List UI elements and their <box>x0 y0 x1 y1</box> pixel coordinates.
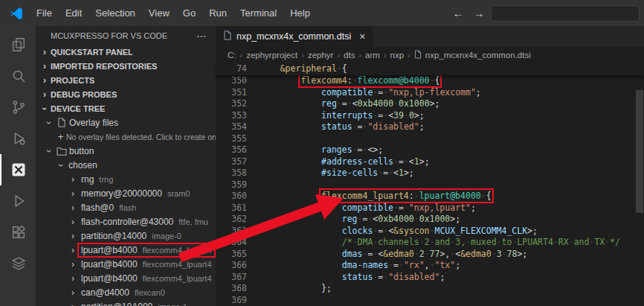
activity-mcuxpresso-icon[interactable] <box>0 154 36 185</box>
tree-node-lpuart@b4000[interactable]: ›lpuart@b4000flexcomm4_lpuart4 <box>36 257 216 271</box>
line-content[interactable]: compatible·=·"nxp,lp-flexcomm"; <box>260 87 481 99</box>
chosen-item[interactable]: › chosen <box>36 158 216 172</box>
tree-node-flash-controller@43000[interactable]: ›flash-controller@43000ftfe, fmu <box>36 214 216 229</box>
sticky-scroll-line[interactable]: 74&peripheral·{ <box>216 63 644 75</box>
tree-node-memory@20000000[interactable]: ›memory@20000000sram0 <box>36 186 216 200</box>
tree-node-can@d4000[interactable]: ›can@d4000flexcan0 <box>36 285 216 299</box>
line-content[interactable]: #address-cells·=·<1>; <box>260 156 430 168</box>
activity-explorer-icon[interactable] <box>0 29 36 60</box>
menu-edit[interactable]: Edit <box>59 0 88 26</box>
create-overlay-item[interactable]: + No overlay files detected. Click to cr… <box>36 130 216 144</box>
code-area: 350flexcomm4:·flexcomm@b4000·{351compati… <box>216 75 644 306</box>
tree-node-lpuart@b4000[interactable]: ›lpuart@b4000flexcomm4_lpuart4 <box>36 243 216 257</box>
sidebar-title: MCUXPRESSO FOR VS CODE <box>51 31 167 40</box>
section-debug-probes[interactable]: ›DEBUG PROBES <box>36 87 216 101</box>
menu-selection[interactable]: Selection <box>88 0 141 26</box>
code-token: "rx" <box>404 260 425 270</box>
activity-stack-icon[interactable] <box>0 248 36 279</box>
code-line-366: 366dma-names·=·"rx",·"tx"; <box>216 260 644 272</box>
menu-terminal[interactable]: Terminal <box>234 0 283 26</box>
project-button-item[interactable]: › button <box>36 144 216 158</box>
chevron-right-icon: › <box>39 75 51 86</box>
activity-run-debug-icon[interactable] <box>0 123 36 154</box>
breadcrumb-item[interactable]: zephyr <box>308 51 334 60</box>
tree-node-partition@14000[interactable]: ›partition@14000image-0 <box>36 229 216 243</box>
line-content[interactable]: /*·DMA·channels·2·and·3,·muxed·to·LPUART… <box>260 237 620 249</box>
tree-node-text: flash-controller@43000ftfe, fmu <box>79 216 210 228</box>
node-name: flash@0 <box>81 202 114 214</box>
node-name: flash-controller@43000 <box>81 216 173 228</box>
line-content[interactable]: compatible·=·"nxp,lpuart"; <box>260 203 476 214</box>
line-number: 351 <box>216 87 247 99</box>
tree-node-flash@0[interactable]: ›flash@0flash <box>36 200 216 214</box>
code-token: >; <box>414 110 425 121</box>
code-token: ; <box>419 121 425 132</box>
breadcrumb-item[interactable]: nxp_mcxnx4x_common.dtsi <box>425 51 531 60</box>
menu-go[interactable]: Go <box>176 0 202 26</box>
breadcrumb-item[interactable]: nxp <box>390 51 405 60</box>
code-token: , <box>425 260 430 270</box>
line-content[interactable]: reg·=·<0xb4000·0x1000>; <box>260 98 439 110</box>
code-token: DMA <box>358 237 373 247</box>
breadcrumb-item[interactable]: C: <box>228 51 236 60</box>
line-content[interactable]: reg·=·<0xb4000·0x1000>; <box>260 214 460 226</box>
section-projects[interactable]: ›PROJECTS <box>36 73 216 87</box>
menu-view[interactable]: View <box>142 0 176 26</box>
line-content[interactable]: flexcomm4:·flexcomm@b4000·{ <box>260 75 439 87</box>
nav-forward-icon[interactable]: → <box>470 7 488 19</box>
line-content[interactable]: &peripheral·{ <box>260 63 347 75</box>
line-content[interactable]: dma-names·=·"rx",·"tx"; <box>260 260 460 272</box>
menu-run[interactable]: Run <box>202 0 234 26</box>
code-token: 3 <box>497 249 502 259</box>
more-actions-icon[interactable]: ⋯ <box>196 30 207 42</box>
section-label: DEBUG PROBES <box>51 90 117 99</box>
node-name: rng <box>81 173 94 185</box>
line-content[interactable]: ranges·=·<>; <box>260 144 383 156</box>
line-content[interactable]: status·=·"disabled"; <box>260 121 425 133</box>
line-content[interactable]: interrupts·=·<39·0>; <box>260 110 425 122</box>
section-device-tree[interactable]: ›DEVICE TREE <box>36 101 216 115</box>
tree-node-rng[interactable]: ›rngtrng <box>36 172 216 186</box>
annotation-box: flexcomm4_lpuart4:·lpuart@b4000·{ <box>321 191 492 201</box>
code-token: channels <box>378 237 419 247</box>
nav-back-icon[interactable]: ← <box>449 7 467 19</box>
scrollbar-thumb[interactable] <box>636 90 643 213</box>
menu-file[interactable]: File <box>30 0 59 26</box>
code-token: >; <box>430 98 440 109</box>
close-icon[interactable]: × <box>359 31 365 42</box>
code-token: */ <box>610 237 620 247</box>
breadcrumb-item[interactable]: arm <box>365 51 380 60</box>
breadcrumb-separator: › <box>337 51 340 60</box>
activity-play-icon[interactable] <box>0 185 36 217</box>
whitespace-dots: · <box>404 156 409 167</box>
line-number: 367 <box>216 272 247 284</box>
editor: nxp_mcxnx4x_common.dtsi × C:›zephyrproje… <box>216 26 644 306</box>
overlay-files-item[interactable]: › Overlay files <box>36 115 216 130</box>
line-content[interactable]: clocks·=·<&syscon·MCUX_FLEXCOMM4_CLK>; <box>260 226 538 238</box>
tree-node-text: flash@0flash <box>79 202 138 214</box>
breadcrumb-item[interactable]: dts <box>344 51 355 60</box>
breadcrumb-item[interactable]: zephyrproject <box>246 51 297 60</box>
activity-search-icon[interactable] <box>0 60 36 92</box>
code-token: 77 <box>430 249 440 259</box>
command-center-search[interactable] <box>491 5 640 22</box>
activity-source-control-icon[interactable] <box>0 92 36 123</box>
code-line-358: 358#size-cells·=·<1>; <box>216 168 644 179</box>
line-content[interactable]: status·=·"disabled"; <box>260 272 445 284</box>
section-quickstart-panel[interactable]: ›QUICKSTART PANEL <box>36 45 216 59</box>
whitespace-dots: · <box>404 110 409 121</box>
activity-extensions-icon[interactable] <box>0 217 36 248</box>
line-content[interactable]: flexcomm4_lpuart4:·lpuart@b4000·{ <box>260 191 492 203</box>
chevron-right-icon: › <box>67 245 79 255</box>
tree-node-partition@10A000[interactable]: ›partition@10A000image-1 <box>36 299 216 306</box>
line-number: 368 <box>216 283 247 295</box>
tab-nxp-mcxnx4x-common-dtsi[interactable]: nxp_mcxnx4x_common.dtsi × <box>216 26 373 47</box>
editor-scrollbar[interactable] <box>636 63 643 306</box>
line-content[interactable]: }; <box>260 283 332 295</box>
line-content[interactable]: #size-cells·=·<1>; <box>260 168 414 179</box>
vscode-logo-icon <box>9 6 24 21</box>
menu-help[interactable]: Help <box>283 0 317 26</box>
section-imported-repositories[interactable]: ›IMPORTED REPOSITORIES <box>36 59 216 73</box>
tree-node-lpuart@b4000[interactable]: ›lpuart@b4000flexcomm4_lpuart4 <box>36 271 216 285</box>
line-content[interactable]: dmas·=·<&edma0·2·77>,·<&edma0·3·78>; <box>260 249 527 261</box>
